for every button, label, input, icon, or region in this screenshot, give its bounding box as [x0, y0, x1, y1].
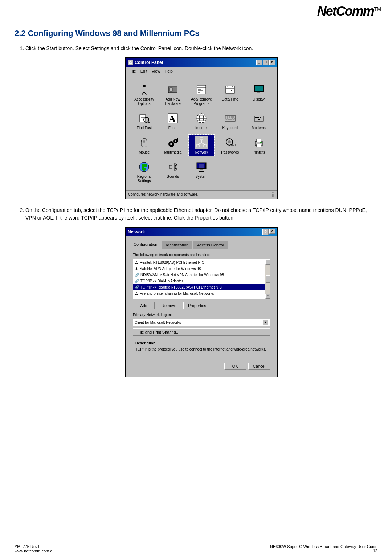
page-footer: YML775 Rev1 www.netcomm.com.au NB600W Su…	[0, 541, 392, 556]
properties-button[interactable]: Properties	[183, 302, 211, 309]
tm-mark: TM	[374, 6, 381, 12]
cp-passwords-label: Passwords	[221, 150, 239, 155]
net-item-filesharing[interactable]: 🖧 File and printer sharing for Microsoft…	[133, 290, 265, 297]
svg-rect-70	[257, 139, 261, 142]
cp-passwords[interactable]: Passwords	[217, 135, 243, 156]
cp-add-hardware[interactable]: Add NewHardware	[160, 82, 186, 107]
net-item-realtek[interactable]: 🖧 Realtek RTL8029(AS) PCI Ethernet NIC	[133, 259, 265, 266]
cp-internet[interactable]: Internet	[189, 110, 215, 132]
mouse-icon	[138, 136, 151, 149]
cp-multimedia[interactable]: Multimedia	[160, 135, 186, 156]
cp-accessibility[interactable]: AccessibilityOptions	[131, 82, 157, 107]
svg-rect-47	[257, 117, 259, 118]
cancel-button[interactable]: Cancel	[248, 363, 270, 370]
cp-network-label: Network	[195, 150, 208, 155]
ok-button[interactable]: OK	[224, 363, 246, 370]
internet-icon	[195, 112, 208, 125]
cp-keyboard[interactable]: Keyboard	[217, 110, 243, 132]
svg-rect-59	[196, 145, 199, 147]
svg-text:2: 2	[232, 85, 233, 88]
scroll-up-button[interactable]: ▲	[265, 259, 270, 265]
svg-text:1: 1	[227, 85, 228, 88]
scroll-down-button[interactable]: ▼	[265, 294, 270, 299]
cp-regional[interactable]: RegionalSettings	[131, 159, 157, 185]
control-panel-titlebar: 🗂 Control Panel _ □ ✕	[126, 58, 277, 67]
svg-rect-49	[258, 119, 260, 120]
tab-configuration[interactable]: Configuration	[130, 240, 161, 249]
cp-regional-label: RegionalSettings	[137, 175, 151, 183]
cp-multimedia-label: Multimedia	[164, 150, 181, 155]
sounds-icon	[166, 160, 179, 173]
net-item-safenet[interactable]: 🖧 SafeNet VPN Adapter for Windows 98	[133, 266, 265, 272]
datetime-icon: 12	[224, 83, 237, 96]
minimize-button[interactable]: _	[256, 60, 262, 65]
svg-rect-43	[228, 118, 232, 119]
cp-add-remove[interactable]: Add/RemovePrograms	[189, 82, 215, 107]
system-icon	[195, 160, 208, 173]
cp-sounds[interactable]: Sounds	[160, 159, 186, 185]
close-button[interactable]: ✕	[269, 60, 275, 65]
svg-rect-82	[199, 164, 204, 168]
dialog-close-button[interactable]: ✕	[269, 229, 275, 234]
net-item-icon-dialup: 🔗	[135, 278, 139, 284]
cp-system[interactable]: System	[189, 159, 215, 185]
remove-button[interactable]: Remove	[157, 302, 181, 309]
net-item-tcpip-realtek[interactable]: 🔗 TCP/IP -> Realtek RTL8029(AS) PCI Ethe…	[133, 284, 265, 290]
add-button[interactable]: Add	[133, 302, 155, 309]
footer-doc-id: YML775 Rev1	[15, 544, 55, 549]
cp-accessibility-label: AccessibilityOptions	[134, 97, 154, 106]
menu-edit[interactable]: Edit	[138, 68, 150, 75]
svg-line-62	[198, 143, 201, 145]
svg-line-27	[148, 122, 150, 123]
tab-identification[interactable]: Identification	[162, 241, 192, 249]
svg-rect-45	[254, 116, 263, 121]
cp-modems-label: Modems	[252, 126, 265, 130]
control-panel-window: 🗂 Control Panel _ □ ✕ File Edit View Hel…	[125, 57, 278, 199]
cp-fonts[interactable]: A Fonts	[160, 110, 186, 132]
keyboard-icon	[224, 112, 237, 125]
cp-display[interactable]: Display	[246, 82, 271, 107]
footer-product-name: NB600W Super-G Wireless Broadband Gatewa…	[270, 544, 377, 549]
primary-logon-label: Primary Network Logon:	[133, 312, 270, 318]
cp-findfast-label: Find Fast	[137, 126, 152, 130]
restore-button[interactable]: □	[263, 60, 269, 65]
file-print-sharing-button[interactable]: File and Print Sharing...	[133, 328, 270, 336]
components-scrollbar[interactable]: ▲ ▼	[265, 259, 270, 299]
cp-mouse[interactable]: Mouse	[131, 135, 157, 156]
cp-network[interactable]: Network	[189, 135, 215, 156]
dropdown-arrow-icon[interactable]: ▼	[263, 320, 268, 326]
svg-rect-58	[200, 138, 203, 140]
svg-rect-44	[233, 118, 234, 119]
fonts-icon: A	[166, 112, 179, 125]
printers-icon	[252, 136, 265, 149]
cp-datetime[interactable]: 12 Date/Time	[217, 82, 243, 107]
display-icon	[252, 83, 265, 96]
svg-rect-40	[230, 116, 232, 118]
tab-access-control[interactable]: Access Control	[193, 241, 228, 249]
dialog-titlebar-buttons: ? ✕	[262, 229, 275, 236]
cp-modems[interactable]: Modems	[246, 110, 271, 132]
footer-left: YML775 Rev1 www.netcomm.com.au	[15, 544, 55, 553]
net-item-ndiswan[interactable]: 🔗 NDISWAN -> SafeNet VPN Adapter for Win…	[133, 272, 265, 278]
tab-configuration-content: The following network components are ins…	[130, 249, 273, 373]
menu-help[interactable]: Help	[162, 68, 175, 75]
cp-body: AccessibilityOptions Add NewHardware	[126, 76, 277, 190]
primary-logon-value: Client for Microsoft Networks	[135, 320, 181, 325]
menu-file[interactable]: File	[127, 68, 138, 75]
primary-logon-dropdown[interactable]: Client for Microsoft Networks ▼	[133, 319, 270, 327]
cp-printers[interactable]: Printers	[246, 135, 271, 156]
menu-view[interactable]: View	[150, 68, 163, 75]
scroll-thumb[interactable]	[266, 275, 270, 283]
net-item-tcpip-dialup[interactable]: 🔗 TCP/IP -> Dial-Up Adapter	[133, 278, 265, 284]
network-components-list[interactable]: 🖧 Realtek RTL8029(AS) PCI Ethernet NIC 🖧…	[133, 259, 265, 299]
svg-line-63	[201, 143, 205, 145]
add-hardware-icon	[166, 83, 179, 96]
cp-menubar: File Edit View Help	[126, 67, 277, 76]
net-item-icon-ndiswan: 🔗	[135, 272, 139, 278]
svg-rect-46	[255, 117, 257, 118]
net-item-icon-realtek: 🖧	[135, 260, 138, 265]
cp-title: Control Panel	[135, 59, 163, 66]
cp-findfast[interactable]: Find Fast	[131, 110, 157, 132]
dialog-help-button[interactable]: ?	[262, 229, 269, 236]
svg-rect-42	[226, 118, 227, 119]
